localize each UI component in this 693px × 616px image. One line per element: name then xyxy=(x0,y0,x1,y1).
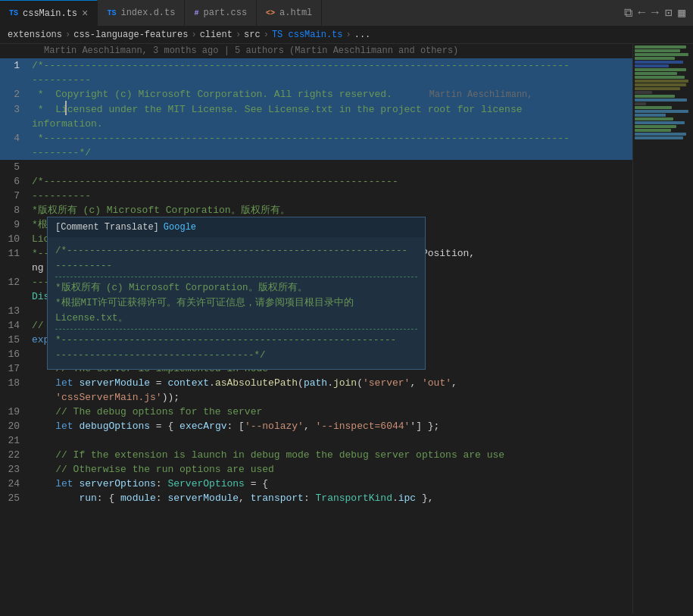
ts-icon: TS xyxy=(9,9,18,17)
ts-icon: TS xyxy=(107,9,116,17)
breadcrumb-file[interactable]: TS cssMain.ts xyxy=(272,30,343,40)
code-line-3: 3 * Licensed under the MIT License. See … xyxy=(0,102,632,117)
breadcrumb-more[interactable]: ... xyxy=(354,30,371,40)
minimap-line xyxy=(635,125,676,128)
minimap[interactable] xyxy=(632,44,693,614)
minimap-line xyxy=(635,80,688,83)
line-content-8: *版权所有 (c) Microsoft Corporation。版权所有。 xyxy=(29,203,632,217)
line-number-1: 1 xyxy=(0,58,29,73)
breadcrumb-sep4: › xyxy=(264,30,269,40)
editor-container: Martin Aeschlimann, 3 months ago | 5 aut… xyxy=(0,44,693,614)
line-number-13: 13 xyxy=(0,304,29,318)
minimap-line xyxy=(635,121,685,124)
minimap-line xyxy=(635,129,671,132)
minimap-line xyxy=(635,136,683,139)
git-blame-text: Martin Aeschlimann, 3 months ago | 5 aut… xyxy=(29,44,632,58)
line-content-24: let serverOptions: ServerOptions = { xyxy=(29,477,632,491)
more-actions-icon[interactable]: ⊡ xyxy=(665,5,673,20)
google-translate-link[interactable]: Google xyxy=(164,222,196,233)
tab-close-icon[interactable]: × xyxy=(82,8,88,19)
code-line-7: 7 ---------- xyxy=(0,189,632,203)
minimap-line xyxy=(635,102,646,105)
minimap-line xyxy=(635,83,686,86)
navigate-back-icon[interactable]: ← xyxy=(638,6,646,20)
git-blame-line: Martin Aeschlimann, 3 months ago | 5 aut… xyxy=(0,44,632,58)
breadcrumb-src[interactable]: src xyxy=(244,30,261,40)
code-line-23: 23 // Otherwise the run options are used xyxy=(0,462,632,477)
code-line-22: 22 // If the extension is launch in debu… xyxy=(0,448,632,462)
code-line-4b: --------*/ xyxy=(0,145,632,160)
tab-label: index.d.ts xyxy=(120,8,175,18)
line-number-16: 16 xyxy=(0,347,29,361)
minimap-line xyxy=(635,76,685,79)
line-content-3: * Licensed under the MIT License. See Li… xyxy=(29,102,632,117)
split-vertical-icon[interactable]: ▦ xyxy=(678,5,685,20)
line-number-23: 23 xyxy=(0,462,29,477)
popup-line-5: License.txt。 xyxy=(55,311,417,326)
code-line-25: 25 run: { module: serverModule, transpor… xyxy=(0,491,632,505)
minimap-line xyxy=(635,117,673,120)
line-number-14: 14 xyxy=(0,318,29,333)
minimap-line xyxy=(635,110,688,113)
line-number-22: 22 xyxy=(0,448,29,462)
code-line-24: 24 let serverOptions: ServerOptions = { xyxy=(0,477,632,491)
line-number-8: 8 xyxy=(0,203,29,217)
breadcrumb-client[interactable]: client xyxy=(200,30,233,40)
minimap-line xyxy=(635,72,677,75)
tab-aHtml[interactable]: <> a.html xyxy=(257,0,322,27)
tab-partCss[interactable]: # part.css xyxy=(185,0,257,27)
code-line-18: 18 let serverModule = context.asAbsolute… xyxy=(0,376,632,390)
tab-indexD[interactable]: TS index.d.ts xyxy=(98,0,185,27)
popup-divider-2 xyxy=(55,329,417,330)
popup-line-3: *版权所有 (c) Microsoft Corporation。版权所有。 xyxy=(55,280,417,295)
code-area[interactable]: Martin Aeschlimann, 3 months ago | 5 aut… xyxy=(0,44,632,614)
minimap-line xyxy=(635,45,686,48)
minimap-line xyxy=(635,87,680,90)
line-number-20: 20 xyxy=(0,419,29,433)
line-content-4b: --------*/ xyxy=(29,145,632,160)
navigate-forward-icon[interactable]: → xyxy=(651,6,659,20)
line-number-12: 12 xyxy=(0,275,29,289)
code-line-8: 8 *版权所有 (c) Microsoft Corporation。版权所有。 xyxy=(0,203,632,217)
line-content-19: // The debug options for the server xyxy=(29,405,632,419)
hover-popup-header: [Comment Translate] Google xyxy=(48,217,425,237)
line-number-3: 3 xyxy=(0,102,29,117)
minimap-line xyxy=(635,64,669,67)
line-number-6: 6 xyxy=(0,174,29,189)
breadcrumb-sep3: › xyxy=(236,30,241,40)
line-content-5 xyxy=(29,160,632,174)
line-content-2: * Copyright (c) Microsoft Corporation. A… xyxy=(29,87,632,102)
code-line-18b: 'cssServerMain.js')); xyxy=(0,390,632,405)
tab-label: cssMain.ts xyxy=(23,8,77,19)
hover-popup: [Comment Translate] Google /*-----------… xyxy=(47,217,426,370)
line-number-7: 7 xyxy=(0,189,29,203)
line-content-4: *---------------------------------------… xyxy=(29,131,632,145)
code-line-3b: information. xyxy=(0,117,632,131)
code-line-6: 6 /*------------------------------------… xyxy=(0,174,632,189)
line-number-4: 4 xyxy=(0,131,29,145)
code-line-20: 20 let debugOptions = { execArgv: ['--no… xyxy=(0,419,632,433)
breadcrumb-extensions[interactable]: extensions xyxy=(8,30,62,40)
code-line-19: 19 // The debug options for the server xyxy=(0,405,632,419)
breadcrumb-sep5: › xyxy=(346,30,351,40)
line-number-18: 18 xyxy=(0,376,29,390)
code-line-2: 2 * Copyright (c) Microsoft Corporation.… xyxy=(0,87,632,102)
minimap-content xyxy=(633,44,693,142)
line-number-10: 10 xyxy=(0,232,29,246)
code-line-4: 4 *-------------------------------------… xyxy=(0,131,632,145)
minimap-line xyxy=(635,53,688,56)
line-content-23: // Otherwise the run options are used xyxy=(29,462,632,477)
line-number-11: 11 xyxy=(0,246,29,261)
split-editor-icon[interactable]: ⧉ xyxy=(624,6,632,20)
popup-divider xyxy=(55,277,417,277)
line-content-20: let debugOptions = { execArgv: ['--nolaz… xyxy=(29,419,632,433)
line-number-2: 2 xyxy=(0,87,29,102)
minimap-line xyxy=(635,95,675,98)
line-content-1: /*--------------------------------------… xyxy=(29,58,632,73)
line-content-21 xyxy=(29,433,632,448)
breadcrumb-css-language-features[interactable]: css-language-features xyxy=(73,30,188,40)
tab-cssMain[interactable]: TS cssMain.ts × xyxy=(0,0,98,27)
popup-line-6: *---------------------------------------… xyxy=(55,333,417,348)
line-content-22: // If the extension is launch in debug m… xyxy=(29,448,632,462)
popup-line-7: -----------------------------------*/ xyxy=(55,348,417,363)
